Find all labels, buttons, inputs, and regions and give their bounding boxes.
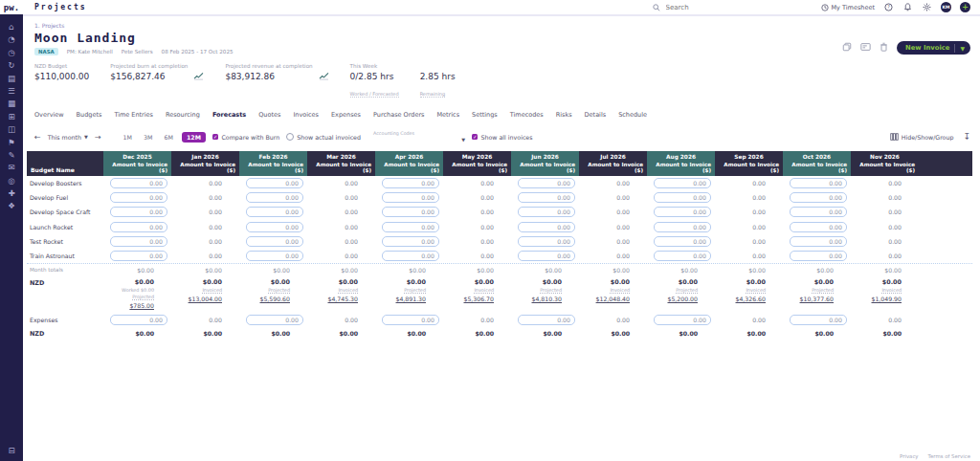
forecast-amount-input[interactable]: 0.00: [246, 192, 303, 203]
tab-time-entries[interactable]: Time Entries: [114, 111, 153, 121]
expense-amount-input[interactable]: 0.00: [110, 315, 167, 325]
add-new-button[interactable]: +: [960, 2, 970, 12]
tab-resourcing[interactable]: Resourcing: [166, 111, 200, 121]
trend-chart-icon[interactable]: [319, 72, 329, 80]
forecast-amount-input[interactable]: 0.00: [790, 222, 847, 232]
forecast-amount-input[interactable]: 0.00: [790, 192, 847, 203]
range-button-3m[interactable]: 3M: [141, 133, 155, 142]
expense-amount-input[interactable]: 0.00: [518, 315, 575, 325]
column-header-month[interactable]: Jun 2026Amount to Invoice ($): [511, 151, 579, 176]
column-header-month[interactable]: Jul 2026Amount to Invoice ($): [579, 151, 647, 176]
global-search[interactable]: [653, 3, 735, 12]
nzd-detail-amount-link[interactable]: $1,049.90: [872, 296, 902, 302]
my-timesheet-button[interactable]: My Timesheet: [821, 4, 875, 11]
column-header-month[interactable]: Nov 2026Amount to Invoice ($): [851, 151, 919, 176]
chevron-down-icon[interactable]: ▼: [960, 45, 969, 52]
sidebar-item-projects[interactable]: ▤: [6, 75, 17, 83]
nzd-note-label[interactable]: Projected: [404, 287, 426, 294]
column-header-month[interactable]: Feb 2026Amount to Invoice ($): [239, 151, 307, 176]
tab-overview[interactable]: Overview: [34, 111, 64, 121]
sidebar-item-milestones[interactable]: ⚑: [6, 139, 17, 147]
column-header-month[interactable]: Sep 2026Amount to Invoice ($): [715, 151, 783, 176]
copy-icon[interactable]: [842, 41, 853, 52]
nzd-detail-amount-link[interactable]: $4,745.30: [328, 296, 359, 302]
breadcrumb[interactable]: 1. Projects: [34, 22, 234, 29]
tab-details[interactable]: Details: [585, 111, 607, 121]
column-header-month[interactable]: Dec 2025Amount to Invoice ($): [103, 151, 171, 176]
forecast-amount-input[interactable]: 0.00: [382, 251, 439, 261]
nzd-detail-amount-link[interactable]: $4,326.60: [736, 296, 767, 302]
sidebar-item-edit[interactable]: ✎: [6, 151, 17, 160]
search-input[interactable]: [664, 3, 735, 12]
sidebar-item-tasks[interactable]: ☰: [6, 87, 17, 96]
forecast-amount-input[interactable]: 0.00: [246, 251, 303, 261]
show-actual-invoiced-checkbox[interactable]: Show actual invoiced: [286, 133, 361, 141]
forecast-amount-input[interactable]: 0.00: [382, 178, 439, 188]
forecast-amount-input[interactable]: 0.00: [790, 251, 847, 261]
column-header-month[interactable]: Apr 2026Amount to Invoice ($): [375, 151, 443, 176]
forecast-amount-input[interactable]: 0.00: [382, 236, 439, 247]
nzd-detail-amount-link[interactable]: $10,377.60: [800, 296, 834, 302]
expense-amount-input[interactable]: 0.00: [382, 315, 439, 325]
sidebar-item-apps[interactable]: ❖: [6, 202, 17, 210]
nzd-note-label[interactable]: Invoiced: [746, 287, 766, 294]
nzd-detail-amount-link[interactable]: $5,590.60: [260, 296, 291, 302]
forecast-amount-input[interactable]: 0.00: [518, 236, 575, 247]
range-button-1m[interactable]: 1M: [121, 133, 135, 142]
sidebar-item-modules[interactable]: ▦: [6, 99, 17, 108]
nzd-note-label[interactable]: Projected: [812, 287, 834, 294]
accounting-codes-dropdown[interactable]: Accounting Codes ▼: [373, 131, 465, 143]
compare-with-burn-checkbox[interactable]: ✓ Compare with Burn: [212, 134, 279, 141]
nzd-detail-amount-link[interactable]: $12,048.40: [596, 296, 630, 302]
forecast-amount-input[interactable]: 0.00: [790, 178, 847, 188]
nzd-note-label[interactable]: Projected: [540, 287, 562, 294]
help-icon[interactable]: ?: [883, 2, 894, 12]
forecast-amount-input[interactable]: 0.00: [110, 192, 167, 203]
forecast-amount-input[interactable]: 0.00: [110, 207, 167, 217]
notifications-bell-icon[interactable]: [902, 2, 913, 12]
sidebar-item-boards[interactable]: ⊞: [6, 113, 17, 121]
forecast-amount-input[interactable]: 0.00: [382, 222, 439, 232]
column-header-month[interactable]: Aug 2026Amount to Invoice ($): [647, 151, 715, 176]
tab-metrics[interactable]: Metrics: [436, 111, 459, 121]
column-header-month[interactable]: Jan 2026Amount to Invoice ($): [171, 151, 239, 176]
nzd-detail-amount-link[interactable]: $785.00: [129, 302, 154, 309]
tab-invoices[interactable]: Invoices: [293, 111, 319, 121]
next-period-arrow-icon[interactable]: →: [95, 133, 101, 142]
nzd-note-label[interactable]: Invoiced: [338, 287, 358, 294]
nzd-detail-amount-link[interactable]: $4,810.30: [532, 296, 563, 302]
period-dropdown[interactable]: This month ▼: [48, 134, 88, 141]
sidebar-item-add[interactable]: ✚: [6, 189, 17, 198]
forecast-amount-input[interactable]: 0.00: [246, 207, 303, 217]
forecast-amount-input[interactable]: 0.00: [790, 236, 847, 247]
forecast-amount-input[interactable]: 0.00: [654, 222, 711, 232]
forecast-amount-input[interactable]: 0.00: [654, 236, 711, 247]
expense-amount-input[interactable]: 0.00: [654, 315, 711, 325]
tab-schedule[interactable]: Schedule: [618, 111, 647, 121]
nzd-note-label[interactable]: Invoiced: [881, 287, 902, 294]
forecast-amount-input[interactable]: 0.00: [790, 207, 847, 217]
tab-risks[interactable]: Risks: [556, 111, 572, 121]
tab-timecodes[interactable]: Timecodes: [510, 111, 544, 121]
nzd-detail-amount-link[interactable]: $5,200.00: [668, 296, 699, 302]
forecast-amount-input[interactable]: 0.00: [654, 178, 711, 188]
app-logo[interactable]: pw.: [0, 3, 23, 12]
nzd-note-label[interactable]: Projected: [676, 287, 698, 294]
nzd-detail-amount-link[interactable]: $13,004.00: [189, 296, 222, 302]
sidebar-item-targets[interactable]: ◎: [6, 177, 17, 186]
forecast-amount-input[interactable]: 0.00: [654, 192, 711, 203]
footer-link-privacy[interactable]: Privacy: [900, 453, 919, 459]
nzd-note-label[interactable]: Projected: [268, 287, 290, 294]
expense-amount-input[interactable]: 0.00: [790, 315, 847, 325]
forecast-amount-input[interactable]: 0.00: [110, 236, 167, 247]
forecast-amount-input[interactable]: 0.00: [518, 251, 575, 261]
show-all-invoices-checkbox[interactable]: ✓ Show all invoices: [472, 134, 533, 141]
user-avatar[interactable]: KM: [941, 2, 951, 12]
footer-link-terms-of-service[interactable]: Terms of Service: [928, 453, 970, 459]
forecast-amount-input[interactable]: 0.00: [654, 207, 711, 217]
settings-gear-icon[interactable]: [922, 2, 932, 12]
range-button-12m[interactable]: 12M: [182, 132, 206, 143]
range-button-6m[interactable]: 6M: [161, 133, 175, 142]
nzd-note-label[interactable]: Invoiced: [610, 287, 630, 294]
tab-quotes[interactable]: Quotes: [258, 111, 280, 121]
